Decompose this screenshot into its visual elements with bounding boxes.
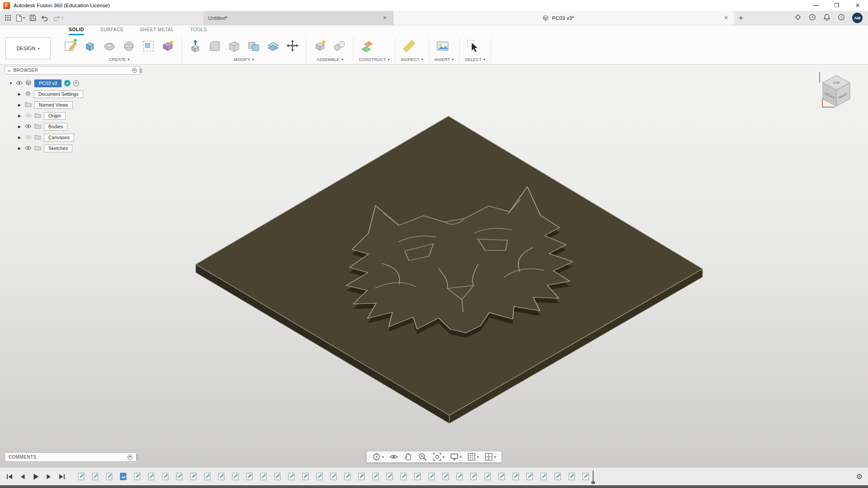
- orbit-icon[interactable]: ▾: [370, 451, 386, 462]
- tab-close-icon[interactable]: ✕: [381, 14, 388, 22]
- combine-icon[interactable]: [245, 38, 262, 54]
- collapse-panel-icon[interactable]: «: [8, 68, 11, 73]
- node-label[interactable]: Canvases: [44, 134, 74, 141]
- workspace-switcher[interactable]: DESIGN ▾: [5, 38, 51, 59]
- viewcube[interactable]: TOP FRONT RIGHT: [816, 71, 856, 114]
- expand-triangle-icon[interactable]: ▶: [18, 125, 22, 129]
- ribbon-group-label-create[interactable]: CREATE▾: [62, 56, 176, 63]
- timeline-feature-sketch-0[interactable]: [78, 473, 85, 480]
- expand-triangle-icon[interactable]: ▶: [18, 92, 22, 96]
- ribbon-group-label-modify[interactable]: MODIFY▾: [187, 56, 301, 63]
- timeline-feature-sketch-8[interactable]: [190, 473, 197, 480]
- timeline-feature-sketch-31[interactable]: [512, 473, 519, 480]
- node-label[interactable]: Bodies: [44, 123, 67, 131]
- browser-item-canvases[interactable]: ▶Canvases: [5, 132, 140, 143]
- joint-icon[interactable]: [331, 38, 348, 54]
- browser-item-document-settings[interactable]: ▶Document Settings: [5, 89, 140, 99]
- insert-image-icon[interactable]: [434, 38, 451, 54]
- timeline-feature-sketch-14[interactable]: [274, 473, 281, 480]
- timeline-feature-sketch-1[interactable]: [92, 473, 99, 480]
- timeline-feature-sketch-2[interactable]: [106, 473, 113, 480]
- skip-end-icon[interactable]: [58, 473, 66, 481]
- eye-icon[interactable]: [25, 145, 32, 151]
- look-at-icon[interactable]: [387, 451, 400, 462]
- new-component-icon[interactable]: [312, 38, 328, 54]
- expand-triangle-icon[interactable]: ▶: [18, 114, 22, 118]
- timeline-feature-sketch-18[interactable]: [330, 473, 337, 480]
- expand-triangle-icon[interactable]: ▶: [18, 136, 22, 140]
- grid-icon[interactable]: ▾: [465, 451, 481, 462]
- save-icon[interactable]: [29, 14, 36, 21]
- user-avatar[interactable]: AM: [852, 13, 863, 23]
- timeline-feature-sketch-34[interactable]: [554, 473, 561, 480]
- timeline-feature-sketch-21[interactable]: [372, 473, 379, 480]
- node-label[interactable]: Origin: [44, 112, 66, 120]
- step-back-icon[interactable]: [19, 473, 27, 481]
- timeline-settings-gear-icon[interactable]: ⚙: [856, 472, 863, 481]
- step-forward-icon[interactable]: [45, 473, 53, 481]
- browser-item-sketches[interactable]: ▶Sketches: [5, 143, 140, 154]
- document-tab-untitled[interactable]: Untitled* ✕: [203, 11, 393, 25]
- notification-bell-icon[interactable]: [823, 14, 830, 23]
- node-label[interactable]: Sketches: [44, 145, 72, 152]
- primitive-icon[interactable]: [160, 38, 176, 54]
- timeline-feature-sketch-11[interactable]: [232, 473, 239, 480]
- app-grid-icon[interactable]: [5, 14, 11, 21]
- create-sketch-icon[interactable]: [62, 38, 79, 54]
- measure-icon[interactable]: [401, 38, 417, 54]
- browser-root-row[interactable]: ▼ PC03 v3 A: [5, 78, 140, 89]
- ribbon-group-label-insert[interactable]: INSERT▾: [434, 56, 454, 63]
- shell-icon[interactable]: [226, 38, 242, 54]
- new-tab-button[interactable]: +: [734, 11, 748, 25]
- node-label[interactable]: Document Settings: [34, 90, 83, 98]
- fit-icon[interactable]: ▾: [431, 451, 446, 462]
- minimize-button[interactable]: —: [806, 0, 826, 11]
- zoom-icon[interactable]: [416, 451, 429, 462]
- job-status-clock-icon[interactable]: [809, 14, 816, 23]
- timeline-feature-sketch-25[interactable]: [428, 473, 435, 480]
- ribbon-tab-solid[interactable]: SOLID: [69, 27, 84, 35]
- panel-minus-icon[interactable]: [127, 455, 132, 460]
- press-pull-icon[interactable]: [187, 38, 203, 54]
- viewports-icon[interactable]: ▾: [482, 451, 498, 462]
- timeline-feature-sketch-15[interactable]: [288, 473, 295, 480]
- timeline-feature-sketch-36[interactable]: [582, 473, 589, 480]
- timeline-feature-sketch-26[interactable]: [442, 473, 449, 480]
- timeline-feature-sketch-4[interactable]: [134, 473, 141, 480]
- timeline-feature-sketch-24[interactable]: [414, 473, 421, 480]
- panel-minus-icon[interactable]: [132, 68, 137, 73]
- fillet-icon[interactable]: [207, 38, 223, 54]
- timeline-feature-sketch-28[interactable]: [470, 473, 477, 480]
- root-node-label[interactable]: PC03 v3: [34, 80, 61, 87]
- move-icon[interactable]: [284, 38, 301, 54]
- timeline-feature-sketch-7[interactable]: [176, 473, 183, 480]
- activate-component-icon[interactable]: [73, 80, 79, 86]
- ribbon-tab-tools[interactable]: TOOLS: [190, 27, 207, 35]
- tab-close-icon[interactable]: ✕: [722, 14, 730, 22]
- sweep-icon[interactable]: [121, 38, 137, 54]
- maximize-button[interactable]: ❐: [826, 0, 847, 11]
- browser-item-origin[interactable]: ▶Origin: [5, 110, 140, 121]
- timeline-feature-sketch-5[interactable]: [148, 473, 155, 480]
- timeline-feature-sketch-32[interactable]: [526, 473, 533, 480]
- timeline-feature-sketch-16[interactable]: [302, 473, 309, 480]
- play-icon[interactable]: [32, 473, 40, 481]
- skip-start-icon[interactable]: [5, 473, 14, 481]
- undo-icon[interactable]: [41, 14, 48, 21]
- ribbon-tab-surface[interactable]: SURFACE: [100, 27, 124, 35]
- extensions-icon[interactable]: [794, 14, 802, 23]
- comments-bar[interactable]: COMMENTS: [5, 452, 137, 462]
- panel-grip-handle[interactable]: [137, 455, 138, 460]
- panel-grip-handle[interactable]: [140, 68, 142, 73]
- timeline-feature-sketch-33[interactable]: [540, 473, 547, 480]
- eye-off-icon[interactable]: [25, 113, 32, 119]
- timeline-feature-sketch-22[interactable]: [386, 473, 393, 480]
- expand-triangle-icon[interactable]: ▼: [9, 81, 13, 85]
- revolve-icon[interactable]: [101, 38, 118, 54]
- browser-header[interactable]: « BROWSER: [5, 66, 140, 75]
- redo-icon[interactable]: ▾: [53, 14, 63, 21]
- timeline-feature-sketch-19[interactable]: [344, 473, 351, 480]
- split-body-icon[interactable]: [265, 38, 281, 54]
- expand-triangle-icon[interactable]: ▶: [18, 103, 22, 107]
- ribbon-group-label-construct[interactable]: CONSTRUCT▾: [359, 56, 390, 63]
